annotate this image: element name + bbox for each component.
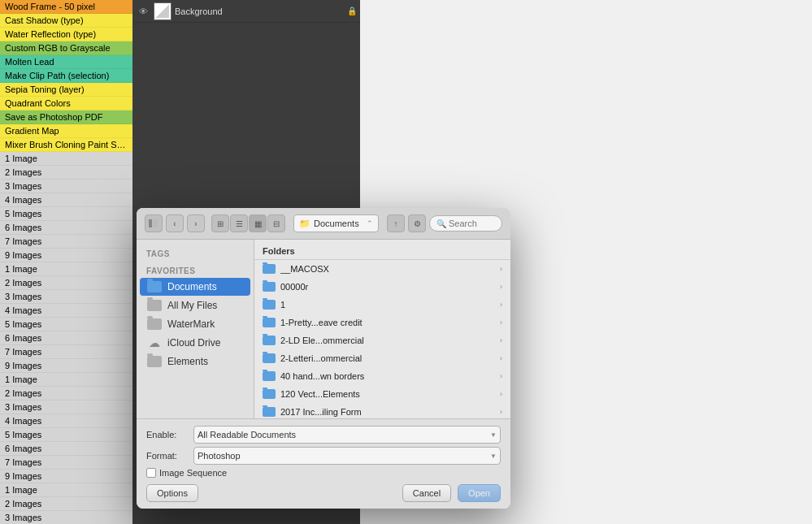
sidebar-item-documents[interactable]: Documents	[140, 278, 250, 296]
gallery-view-button[interactable]: ⊟	[267, 214, 285, 232]
action-item[interactable]: 2 Images	[0, 166, 132, 180]
action-item[interactable]: 7 Images	[0, 235, 132, 249]
action-item[interactable]: Mixer Brush Cloning Paint Setup	[0, 138, 132, 152]
search-box[interactable]: 🔍	[429, 215, 502, 232]
file-folder-icon	[263, 353, 276, 363]
tags-section-label: Tags	[137, 246, 254, 260]
action-item[interactable]: 5 Images	[0, 207, 132, 221]
action-item[interactable]: 2 Images	[0, 497, 132, 511]
action-item[interactable]: 9 Images	[0, 249, 132, 262]
file-item[interactable]: 1-Pretty...eave credit ›	[254, 314, 510, 331]
file-folder-icon	[263, 264, 276, 274]
file-item[interactable]: 2-LD Ele...ommercial ›	[254, 331, 510, 349]
cancel-button[interactable]: Cancel	[402, 484, 451, 502]
action-item[interactable]: 7 Images	[0, 456, 132, 470]
folder-gray-icon	[146, 299, 163, 312]
enable-value: All Readable Documents	[198, 430, 487, 440]
back-button[interactable]: ‹	[166, 214, 184, 232]
action-item[interactable]: Save as Photoshop PDF	[0, 110, 132, 124]
folder-gray-icon	[146, 355, 163, 368]
cloud-icon: ☁	[146, 336, 163, 349]
sidebar-item-watermark[interactable]: WaterMark	[140, 315, 250, 333]
dialog-filelist: Folders __MACOSX › 00000r › 1 › 1-Pretty…	[254, 240, 510, 418]
file-name: 40 hand...wn borders	[280, 371, 495, 381]
file-name: 120 Vect...Elements	[280, 389, 495, 399]
action-item[interactable]: 3 Images	[0, 511, 132, 524]
dialog-body: Tags Favorites DocumentsAll My FilesWate…	[137, 240, 510, 418]
action-item[interactable]: Wood Frame - 50 pixel	[0, 0, 132, 14]
action-item[interactable]: 6 Images	[0, 221, 132, 235]
column-view-button[interactable]: ▦	[249, 214, 267, 232]
open-button[interactable]: Open	[458, 484, 501, 502]
action-item[interactable]: 4 Images	[0, 193, 132, 207]
action-item[interactable]: Water Reflection (type)	[0, 28, 132, 41]
dialog-toolbar: ‹ › ⊞ ☰ ▦ ⊟ 📁 Documents ⌃ ↑ ⚙ 🔍	[137, 208, 510, 240]
file-item[interactable]: 40 hand...wn borders ›	[254, 367, 510, 385]
action-item[interactable]: 6 Images	[0, 331, 132, 345]
file-open-dialog: ‹ › ⊞ ☰ ▦ ⊟ 📁 Documents ⌃ ↑ ⚙ 🔍 Tags Fav…	[137, 208, 510, 509]
action-item[interactable]: 1 Image	[0, 262, 132, 276]
action-item[interactable]: 2 Images	[0, 276, 132, 290]
action-item[interactable]: 7 Images	[0, 345, 132, 359]
action-item[interactable]: 4 Images	[0, 414, 132, 428]
file-name: __MACOSX	[280, 264, 495, 274]
action-item[interactable]: 9 Images	[0, 470, 132, 483]
file-item[interactable]: 2-Letteri...ommercial ›	[254, 349, 510, 367]
sidebar-item-label: iCloud Drive	[167, 337, 220, 349]
action-item[interactable]: 6 Images	[0, 442, 132, 456]
action-item[interactable]: 5 Images	[0, 428, 132, 442]
format-label: Format:	[146, 451, 187, 461]
list-view-button[interactable]: ☰	[230, 214, 248, 232]
layer-name: Background	[175, 6, 223, 16]
sidebar-item-elements[interactable]: Elements	[140, 353, 250, 370]
action-item[interactable]: Molten Lead	[0, 55, 132, 69]
file-name: 1-Pretty...eave credit	[280, 318, 495, 327]
action-item[interactable]: Make Clip Path (selection)	[0, 69, 132, 83]
sidebar-item-icloud-drive[interactable]: ☁iCloud Drive	[140, 334, 250, 352]
options-button[interactable]: Options	[146, 484, 198, 502]
action-item[interactable]: 2 Images	[0, 387, 132, 401]
enable-label: Enable:	[146, 430, 187, 440]
action-item[interactable]: 5 Images	[0, 318, 132, 331]
action-item[interactable]: 1 Image	[0, 373, 132, 387]
file-item[interactable]: 2017 Inc...iling Form ›	[254, 403, 510, 418]
eye-icon[interactable]: 👁	[136, 4, 150, 19]
share-button[interactable]: ↑	[387, 214, 405, 232]
action-item[interactable]: Quadrant Colors	[0, 97, 132, 110]
format-select[interactable]: Photoshop ▼	[193, 447, 501, 465]
folder-blue-icon	[146, 280, 163, 293]
enable-select[interactable]: All Readable Documents ▼	[193, 426, 501, 444]
layer-thumbnail	[154, 2, 172, 20]
sidebar-item-all-my-files[interactable]: All My Files	[140, 297, 250, 314]
action-item[interactable]: 3 Images	[0, 180, 132, 193]
search-icon: 🔍	[436, 219, 446, 228]
enable-select-arrow: ▼	[490, 431, 497, 439]
expand-arrow-icon: ›	[500, 372, 502, 380]
action-item[interactable]: 1 Image	[0, 152, 132, 166]
action-button[interactable]: ⚙	[408, 214, 426, 232]
forward-button[interactable]: ›	[187, 214, 205, 232]
file-item[interactable]: 1 ›	[254, 296, 510, 314]
action-item[interactable]: 9 Images	[0, 359, 132, 373]
file-item[interactable]: 120 Vect...Elements ›	[254, 385, 510, 403]
file-item[interactable]: 00000r ›	[254, 278, 510, 296]
format-row: Format: Photoshop ▼	[146, 447, 501, 465]
file-folder-icon	[263, 282, 276, 292]
action-item[interactable]: 3 Images	[0, 290, 132, 304]
icon-view-button[interactable]: ⊞	[211, 214, 229, 232]
action-item[interactable]: 4 Images	[0, 304, 132, 318]
sidebar-toggle-button[interactable]	[145, 214, 163, 232]
action-item[interactable]: 3 Images	[0, 401, 132, 414]
file-name: 1	[280, 300, 495, 310]
image-sequence-checkbox[interactable]	[146, 468, 156, 478]
action-item[interactable]: Custom RGB to Grayscale	[0, 41, 132, 55]
file-item[interactable]: __MACOSX ›	[254, 260, 510, 278]
action-item[interactable]: Sepia Toning (layer)	[0, 83, 132, 97]
action-item[interactable]: Cast Shadow (type)	[0, 14, 132, 28]
actions-panel: Wood Frame - 50 pixelCast Shadow (type)W…	[0, 0, 132, 524]
image-sequence-row: Image Sequence	[146, 468, 501, 478]
action-item[interactable]: Gradient Map	[0, 124, 132, 138]
file-folder-icon	[263, 318, 276, 327]
search-input[interactable]	[449, 219, 497, 228]
action-item[interactable]: 1 Image	[0, 483, 132, 497]
